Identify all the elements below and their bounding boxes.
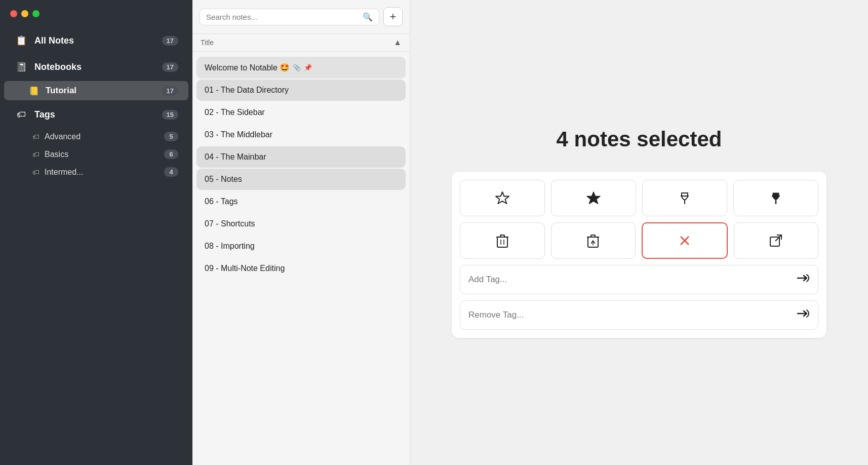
note-title-09: 09 - Multi-Note Editing [205,264,398,273]
sort-title: Title [201,38,214,47]
note-title-05: 05 - Notes [205,175,398,184]
maximize-button[interactable] [32,10,40,17]
all-notes-label: All Notes [34,35,162,46]
note-title-07: 07 - Shortcuts [205,219,398,228]
mainbar: 4 notes selected [410,0,868,465]
remove-tag-row[interactable] [460,300,818,330]
minimize-button[interactable] [21,10,28,17]
traffic-lights [0,10,192,27]
note-item-09[interactable]: 09 - Multi-Note Editing [196,258,406,279]
note-title-06: 06 - Tags [205,197,398,206]
sidebar: 📋 All Notes 17 📓 Notebooks 17 📒 Tutorial… [0,0,192,465]
note-item-04[interactable]: 04 - The Mainbar [196,146,406,168]
search-icon: 🔍 [363,12,373,22]
remove-tag-icon[interactable] [797,308,810,322]
note-title-welcome: Welcome to Notable 🤩 📎 📌 [205,63,398,72]
note-title-04: 04 - The Mainbar [205,152,398,162]
sidebar-item-notebooks[interactable]: 📓 Notebooks 17 [4,55,188,79]
sidebar-item-all-notes[interactable]: 📋 All Notes 17 [4,28,188,53]
permanent-delete-button[interactable] [642,222,728,259]
notes-header: Title ▲ [192,34,410,52]
basics-tag-label: Basics [45,150,164,159]
sidebar-item-tutorial[interactable]: 📒 Tutorial 17 [4,81,188,100]
tags-badge: 15 [162,110,178,120]
add-tag-input[interactable] [468,275,797,285]
note-title-01: 01 - The Data Directory [205,86,398,95]
notes-list: Welcome to Notable 🤩 📎 📌 01 - The Data D… [192,52,410,465]
actions-row-1 [460,180,818,216]
actions-grid [452,172,826,338]
note-item-02[interactable]: 02 - The Sidebar [196,102,406,123]
pin-button[interactable] [733,180,818,216]
all-notes-badge: 17 [162,36,178,46]
svg-marker-1 [587,192,600,204]
favorite-button[interactable] [551,180,636,216]
note-title-03: 03 - The Middlebar [205,130,398,139]
advanced-tag-icon: 🏷 [32,133,40,141]
svg-marker-0 [496,192,509,204]
middlebar: 🔍 + Title ▲ Welcome to Notable 🤩 📎 📌 01 … [192,0,410,465]
note-item-welcome[interactable]: Welcome to Notable 🤩 📎 📌 [196,57,406,79]
tags-icon: 🏷 [14,107,28,122]
intermediate-tag-icon: 🏷 [32,168,40,176]
note-item-06[interactable]: 06 - Tags [196,191,406,212]
sort-chevron-icon[interactable]: ▲ [393,38,402,47]
sidebar-item-basics[interactable]: 🏷 Basics 6 [4,146,188,163]
pin-icon: 📌 [304,64,312,71]
all-notes-icon: 📋 [14,33,28,48]
search-bar: 🔍 + [192,0,410,34]
attach-icon: 📎 [293,64,301,71]
svg-line-22 [775,235,781,241]
note-item-01[interactable]: 01 - The Data Directory [196,80,406,101]
note-item-08[interactable]: 08 - Importing [196,236,406,257]
notebooks-icon: 📓 [14,60,28,74]
note-item-03[interactable]: 03 - The Middlebar [196,124,406,145]
close-button[interactable] [10,10,17,17]
search-input-container[interactable]: 🔍 [200,9,379,25]
actions-row-2 [460,222,818,259]
selection-title: 4 notes selected [557,127,722,151]
advanced-tag-label: Advanced [45,132,164,141]
svg-rect-6 [497,237,507,247]
restore-button[interactable] [551,222,636,259]
note-item-05[interactable]: 05 - Notes [196,169,406,190]
intermediate-tag-label: Intermed... [45,168,164,177]
note-item-07[interactable]: 07 - Shortcuts [196,213,406,235]
note-title-08: 08 - Importing [205,242,398,251]
new-note-button[interactable]: + [383,7,403,26]
add-tag-icon[interactable] [797,273,810,287]
tags-label: Tags [34,109,162,120]
delete-button[interactable] [460,222,545,259]
tutorial-label: Tutorial [46,86,162,96]
notebooks-label: Notebooks [34,62,162,72]
search-input[interactable] [206,13,359,21]
notebooks-badge: 17 [162,62,178,72]
open-external-button[interactable] [734,222,819,259]
unfavorite-button[interactable] [460,180,545,216]
intermediate-badge: 4 [164,167,178,177]
basics-tag-icon: 🏷 [32,150,40,159]
note-title-02: 02 - The Sidebar [205,108,398,117]
basics-badge: 6 [164,149,178,159]
sidebar-item-intermediate[interactable]: 🏷 Intermed... 4 [4,164,188,180]
tutorial-icon: 📒 [28,85,40,96]
sidebar-item-advanced[interactable]: 🏷 Advanced 5 [4,128,188,145]
advanced-badge: 5 [164,132,178,141]
tutorial-badge: 17 [162,86,178,96]
remove-tag-input[interactable] [468,310,797,320]
unpin-button[interactable] [642,180,727,216]
add-tag-row[interactable] [460,265,818,294]
sidebar-item-tags[interactable]: 🏷 Tags 15 [4,102,188,127]
